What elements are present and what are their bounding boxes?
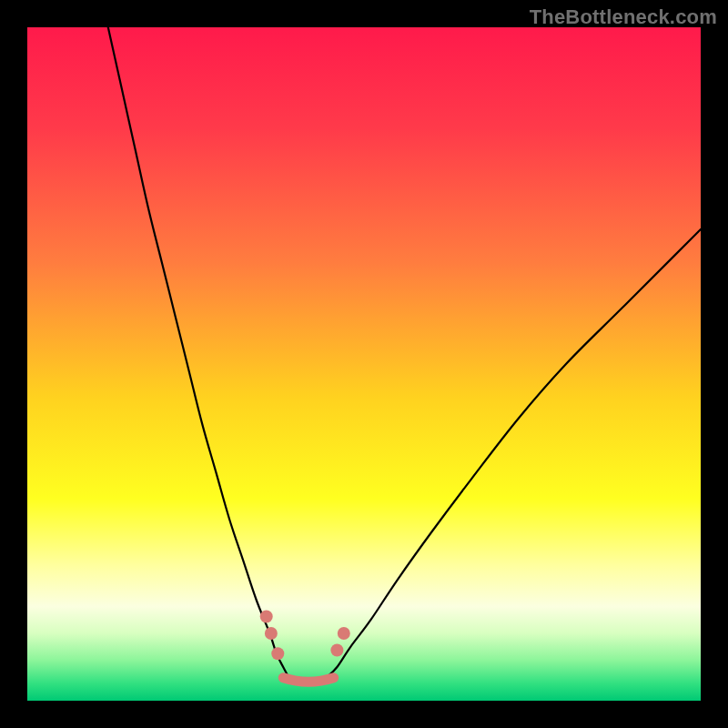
outer-frame: TheBottleneck.com [0, 0, 728, 728]
chart-svg [27, 27, 701, 701]
plot-area [27, 27, 701, 701]
chart-background [27, 27, 701, 701]
valley-marker-dot [330, 644, 343, 657]
valley-marker-dot [265, 627, 278, 640]
valley-marker-dot [260, 611, 273, 623]
valley-marker-dot [271, 647, 284, 660]
valley-marker-dot [338, 627, 350, 640]
valley-floor-highlight [283, 678, 334, 682]
watermark-text: TheBottleneck.com [530, 5, 717, 29]
